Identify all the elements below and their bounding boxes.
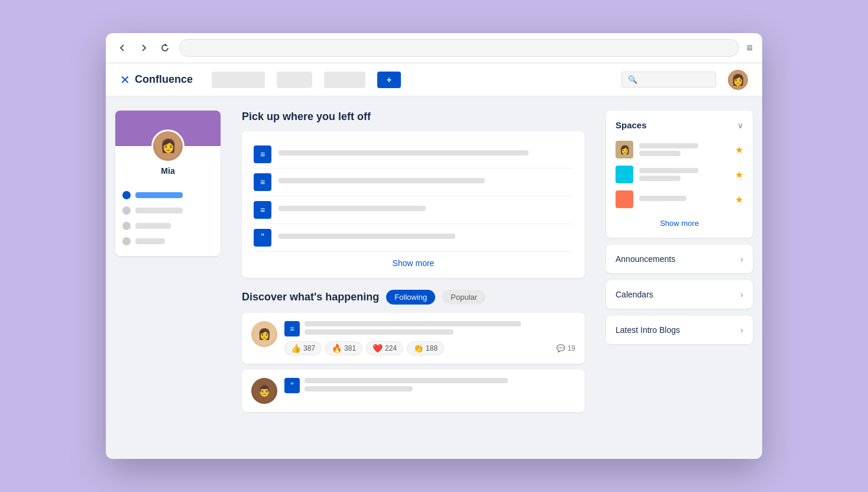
latest-intro-blogs-chevron-icon: ›: [740, 325, 743, 335]
forward-button[interactable]: [137, 41, 151, 55]
latest-intro-blogs-card[interactable]: Latest Intro Blogs ›: [606, 316, 753, 344]
recent-line-1a: [278, 150, 529, 156]
space-line-2a: [639, 168, 698, 173]
space-line-2b: [639, 176, 681, 181]
profile-face: 👩: [153, 131, 183, 161]
heart-emoji: ❤️: [373, 344, 383, 353]
recent-item-3[interactable]: ≡: [254, 196, 573, 224]
recent-card: ≡ ≡ ≡ ": [242, 131, 585, 278]
back-button[interactable]: [115, 41, 129, 55]
reaction-clap[interactable]: 👏 188: [407, 341, 444, 355]
user-face: 👩: [728, 70, 748, 90]
space-item-1[interactable]: 👩 ★: [616, 137, 743, 162]
tab-popular[interactable]: Popular: [442, 290, 485, 305]
space-icon-photo: 👩: [616, 141, 633, 158]
nav-item-2[interactable]: [324, 72, 365, 88]
spaces-show-more-link[interactable]: Show more: [660, 219, 699, 228]
comment-count: 19: [568, 344, 575, 352]
doc-icon-4: ": [254, 229, 271, 247]
spaces-chevron-icon[interactable]: ∨: [737, 121, 743, 130]
create-button-label: +: [387, 75, 391, 85]
search-input[interactable]: [642, 76, 707, 84]
search-bar[interactable]: 🔍: [621, 72, 716, 88]
space-line-1a: [639, 143, 698, 148]
search-icon: 🔍: [628, 75, 637, 84]
recent-item-1[interactable]: ≡: [254, 141, 573, 169]
space-line-1b: [639, 151, 681, 156]
discover-face-1: 👩: [251, 321, 277, 347]
comment-icon: 💬: [556, 344, 565, 352]
browser-window: ≡ ✕ Confluence + 🔍 👩: [106, 33, 762, 459]
profile-dot-gray-3: [122, 237, 131, 245]
nav-item-1[interactable]: [277, 72, 312, 88]
spaces-card-header: Spaces ∨: [616, 120, 743, 130]
logo-area: ✕ Confluence: [120, 73, 193, 87]
announcements-chevron-icon: ›: [740, 254, 743, 264]
profile-dot-blue: [122, 191, 131, 199]
disc-doc-lines-1: [305, 321, 575, 335]
discover-doc-row-1: ≡: [284, 321, 575, 336]
calendars-title: Calendars: [616, 290, 653, 299]
space-lines-2: [639, 168, 729, 181]
heart-count: 224: [385, 344, 397, 352]
profile-dot-gray-1: [122, 206, 131, 215]
right-sidebar: Spaces ∨ 👩 ★: [597, 96, 762, 459]
latest-intro-blogs-title: Latest Intro Blogs: [616, 325, 680, 335]
profile-bar-3: [135, 223, 171, 229]
profile-avatar-wrap: 👩: [115, 130, 221, 163]
tab-following[interactable]: Following: [386, 290, 435, 305]
doc-icon-1: ≡: [254, 145, 271, 163]
recent-item-4[interactable]: ": [254, 224, 573, 252]
space-item-3[interactable]: ★: [616, 187, 743, 212]
comment-count-badge[interactable]: 💬 19: [556, 344, 575, 352]
reaction-fire[interactable]: 🔥 381: [325, 341, 362, 355]
discover-face-2: 👨: [251, 378, 277, 404]
profile-bar-active: [135, 192, 183, 198]
profile-bar-2: [135, 208, 183, 213]
nav-spaces[interactable]: [212, 72, 265, 88]
disc-line-2a: [305, 378, 508, 383]
disc-line-1b: [305, 329, 454, 335]
recent-lines-1: [278, 150, 573, 158]
star-icon-3[interactable]: ★: [735, 194, 743, 205]
star-icon-1[interactable]: ★: [735, 144, 743, 156]
discover-title: Discover what's happening: [242, 291, 379, 303]
discover-card-1: 👩 ≡ 👍 387: [242, 313, 585, 364]
recent-show-more-link[interactable]: Show more: [393, 258, 435, 268]
thumbs-up-count: 387: [303, 344, 315, 352]
calendars-card[interactable]: Calendars ›: [606, 280, 753, 309]
disc-doc-lines-2: [305, 378, 575, 391]
discover-card-2: 👨 ": [242, 370, 585, 412]
spaces-title: Spaces: [616, 120, 647, 130]
discover-avatar-2[interactable]: 👨: [251, 378, 277, 404]
reaction-heart[interactable]: ❤️ 224: [366, 341, 403, 355]
recent-line-4a: [278, 234, 455, 239]
profile-item-4[interactable]: [122, 234, 213, 249]
star-icon-2[interactable]: ★: [735, 169, 743, 180]
discover-content-2: ": [284, 378, 575, 398]
recent-show-more-wrap: Show more: [254, 252, 573, 268]
discover-content-1: ≡ 👍 387 🔥 381: [284, 321, 575, 355]
reaction-thumbs-up[interactable]: 👍 387: [284, 341, 322, 355]
profile-item-2[interactable]: [122, 203, 213, 218]
url-bar[interactable]: [179, 39, 739, 57]
space-item-2[interactable]: ★: [616, 162, 743, 187]
clap-count: 188: [426, 344, 438, 352]
profile-avatar[interactable]: 👩: [151, 130, 184, 163]
profile-card: 👩 Mia: [115, 111, 221, 256]
browser-menu-icon[interactable]: ≡: [746, 42, 753, 54]
profile-item-1[interactable]: [122, 187, 213, 203]
reactions-row-1: 👍 387 🔥 381 ❤️ 224 👏: [284, 341, 575, 355]
disc-doc-icon-1: ≡: [284, 321, 300, 336]
reload-button[interactable]: [158, 41, 172, 55]
announcements-card[interactable]: Announcements ›: [606, 245, 753, 273]
space-face-1: 👩: [616, 141, 633, 158]
thumbs-up-emoji: 👍: [291, 344, 301, 353]
profile-item-3[interactable]: [122, 218, 213, 234]
discover-avatar-1[interactable]: 👩: [251, 321, 277, 347]
announcements-title: Announcements: [616, 254, 675, 264]
create-button[interactable]: +: [377, 72, 401, 88]
fire-emoji: 🔥: [332, 344, 342, 353]
recent-item-2[interactable]: ≡: [254, 169, 573, 196]
user-avatar-header[interactable]: 👩: [728, 70, 748, 90]
